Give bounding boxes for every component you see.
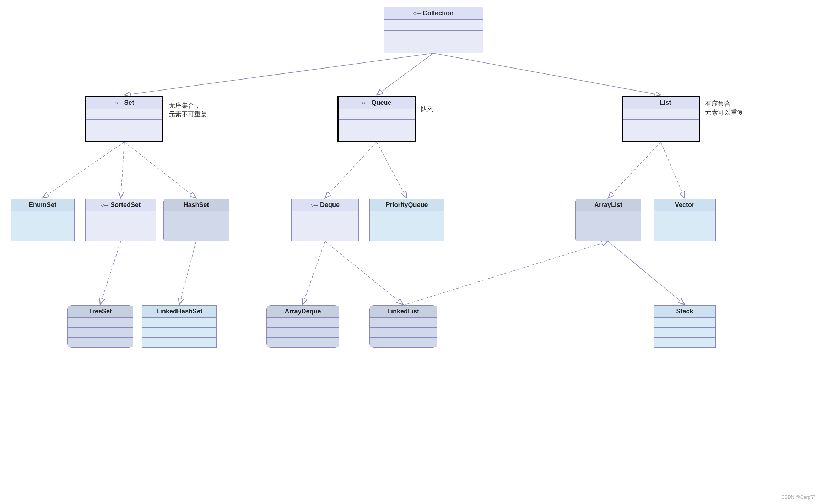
hashset-label: HashSet: [183, 201, 209, 209]
arraydeque-section1: [267, 318, 339, 328]
vector-section3: [654, 231, 715, 241]
stack-header: Stack: [654, 306, 715, 318]
enumset-section3: [11, 231, 74, 241]
enumset-section2: [11, 221, 74, 231]
sortedset-box: ○─ SortedSet: [85, 199, 156, 241]
priorityqueue-section2: [370, 221, 444, 231]
set-section1: [86, 109, 162, 120]
vector-label: Vector: [675, 201, 694, 209]
svg-line-10: [100, 241, 121, 305]
treeset-header: TreeSet: [68, 306, 133, 318]
deque-label: Deque: [320, 201, 340, 209]
list-box: ○─ List: [622, 96, 700, 142]
priorityqueue-section1: [370, 211, 444, 221]
queue-interface-marker: ○─: [362, 100, 369, 106]
svg-line-6: [325, 142, 377, 198]
stack-box: Stack: [654, 305, 716, 348]
priorityqueue-box: PriorityQueue: [369, 199, 444, 241]
arraydeque-section3: [267, 338, 339, 347]
linkedhashset-box: LinkedHashSet: [142, 305, 217, 348]
svg-line-15: [608, 241, 685, 305]
diagram-container: ○─ Collection ○─ Set 无序集合， 元素不可重复 ○─ Que…: [0, 0, 822, 504]
stack-section3: [654, 338, 715, 347]
queue-label: Queue: [371, 99, 391, 106]
arraylist-section3: [576, 231, 641, 241]
linkedhashset-section2: [142, 328, 216, 338]
svg-line-14: [403, 241, 608, 305]
svg-line-7: [377, 142, 407, 198]
arraylist-section1: [576, 211, 641, 221]
deque-box: ○─ Deque: [291, 199, 359, 241]
vector-section2: [654, 221, 715, 231]
set-interface-marker: ○─: [114, 100, 122, 106]
svg-line-4: [121, 142, 124, 198]
list-section1: [623, 109, 699, 120]
set-section2: [86, 120, 162, 130]
svg-line-3: [43, 142, 124, 198]
svg-line-11: [179, 241, 196, 305]
watermark: CSDN @Carp宁: [781, 494, 815, 500]
linkedlist-box: LinkedList: [369, 305, 437, 348]
arraydeque-box: ArrayDeque: [266, 305, 339, 348]
list-interface-marker: ○─: [650, 100, 658, 106]
priorityqueue-header: PriorityQueue: [370, 199, 444, 211]
sortedset-section1: [86, 211, 156, 221]
hashset-section2: [164, 221, 229, 231]
svg-line-8: [608, 142, 661, 198]
queue-section1: [339, 109, 415, 120]
vector-box: Vector: [654, 199, 716, 241]
arraydeque-header: ArrayDeque: [267, 306, 339, 318]
arraylist-section2: [576, 221, 641, 231]
queue-annotation: 队列: [421, 105, 434, 114]
enumset-header: EnumSet: [11, 199, 74, 211]
collection-label: Collection: [423, 10, 454, 17]
treeset-section1: [68, 318, 133, 328]
arraydeque-label: ArrayDeque: [285, 308, 321, 315]
sortedset-label: SortedSet: [110, 201, 141, 209]
arraylist-box: ArrayList: [575, 199, 641, 241]
deque-section3: [292, 231, 358, 241]
svg-line-5: [124, 142, 196, 198]
deque-section1: [292, 211, 358, 221]
deque-interface-marker: ○─: [310, 202, 318, 208]
svg-line-1: [377, 53, 433, 95]
set-annotation: 无序集合， 元素不可重复: [169, 101, 207, 119]
collection-header: ○─ Collection: [384, 7, 483, 20]
queue-header: ○─ Queue: [339, 97, 415, 109]
linkedlist-section2: [370, 328, 437, 338]
vector-section1: [654, 211, 715, 221]
collection-section3: [384, 42, 483, 53]
sortedset-interface-marker: ○─: [101, 202, 108, 208]
collection-interface-marker: ○─: [413, 10, 421, 17]
deque-header: ○─ Deque: [292, 199, 358, 211]
arraylist-header: ArrayList: [576, 199, 641, 211]
queue-section2: [339, 120, 415, 130]
sortedset-header: ○─ SortedSet: [86, 199, 156, 211]
list-header: ○─ List: [623, 97, 699, 109]
linkedlist-section3: [370, 338, 437, 347]
collection-section1: [384, 20, 483, 31]
stack-section2: [654, 328, 715, 338]
treeset-section3: [68, 338, 133, 347]
arraydeque-section2: [267, 328, 339, 338]
list-section3: [623, 130, 699, 141]
enumset-label: EnumSet: [29, 201, 56, 209]
treeset-section2: [68, 328, 133, 338]
arrows-svg: [0, 0, 822, 504]
stack-label: Stack: [676, 308, 693, 315]
linkedlist-header: LinkedList: [370, 306, 437, 318]
vector-header: Vector: [654, 199, 715, 211]
linkedhashset-section1: [142, 318, 216, 328]
hashset-box: HashSet: [163, 199, 229, 241]
linkedlist-section1: [370, 318, 437, 328]
set-header: ○─ Set: [86, 97, 162, 109]
collection-section2: [384, 31, 483, 42]
deque-section2: [292, 221, 358, 231]
arraylist-label: ArrayList: [594, 201, 622, 209]
hashset-section1: [164, 211, 229, 221]
svg-line-13: [325, 241, 403, 305]
enumset-section1: [11, 211, 74, 221]
svg-line-2: [433, 53, 661, 95]
linkedhashset-section3: [142, 338, 216, 347]
hashset-section3: [164, 231, 229, 241]
